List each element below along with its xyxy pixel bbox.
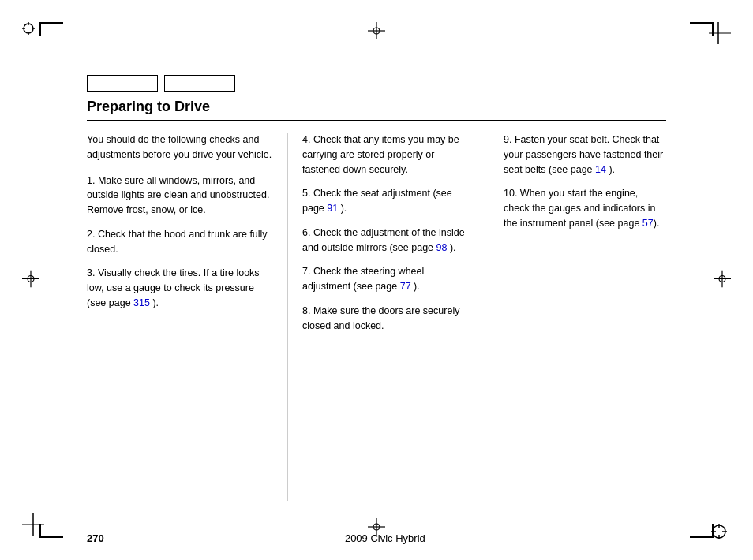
intro-text: You should do the following checks and a… bbox=[87, 133, 273, 162]
item-list-col2: 4. Check that any items you may be carry… bbox=[302, 133, 474, 333]
item-text-3: Visually check the tires. If a tire look… bbox=[87, 267, 260, 308]
bracket-left-line-top bbox=[39, 22, 41, 36]
item-text-1: Make sure all windows, mirrors, and outs… bbox=[87, 175, 269, 216]
list-item-6: 6. Check the adjustment of the inside an… bbox=[302, 226, 474, 256]
crosshair-right bbox=[714, 271, 731, 290]
bracket-right-line-top bbox=[712, 22, 714, 36]
item-num-8: 8. bbox=[302, 305, 313, 316]
item-num-9: 9. bbox=[504, 134, 515, 145]
page: Preparing to Drive You should do the fol… bbox=[0, 0, 753, 560]
list-item-4: 4. Check that any items you may be carry… bbox=[302, 133, 474, 177]
link-77[interactable]: 77 bbox=[400, 281, 411, 292]
item-text-8: Make sure the doors are securely closed … bbox=[302, 305, 459, 331]
link-91[interactable]: 91 bbox=[327, 203, 338, 214]
item-num-3: 3. bbox=[87, 267, 98, 278]
bracket-bottom-line-right bbox=[690, 536, 714, 538]
item-text-9: Fasten your seat belt. Check that your p… bbox=[504, 134, 663, 175]
item-text-4: Check that any items you may be carrying… bbox=[302, 134, 459, 175]
list-item-1: 1. Make sure all windows, mirrors, and o… bbox=[87, 174, 273, 218]
item-num-6: 6. bbox=[302, 227, 313, 238]
item-num-1: 1. bbox=[87, 175, 98, 186]
link-14[interactable]: 14 bbox=[595, 164, 606, 175]
item-num-10: 10. bbox=[504, 188, 520, 199]
list-item-2: 2. Check that the hood and trunk are ful… bbox=[87, 227, 273, 257]
column-2: 4. Check that any items you may be carry… bbox=[288, 133, 489, 501]
bracket-top-line-left bbox=[39, 22, 63, 24]
crosshair-top bbox=[368, 22, 385, 42]
list-item-8: 8. Make sure the doors are securely clos… bbox=[302, 304, 474, 334]
item-num-5: 5. bbox=[302, 188, 313, 199]
list-item-10: 10. When you start the engine, check the… bbox=[504, 186, 666, 230]
list-item-3: 3. Visually check the tires. If a tire l… bbox=[87, 266, 273, 310]
bracket-bottom-line-left bbox=[39, 536, 63, 538]
content-area: You should do the following checks and a… bbox=[87, 133, 666, 501]
item-text-2: Check that the hood and trunk are fully … bbox=[87, 229, 268, 255]
footer: 270 2009 Civic Hybrid bbox=[87, 532, 666, 544]
corner-br bbox=[707, 520, 731, 546]
item-text-6: Check the adjustment of the inside and o… bbox=[302, 227, 465, 253]
item-num-4: 4. bbox=[302, 134, 313, 145]
list-item-5: 5. Check the seat adjustment (see page 9… bbox=[302, 186, 474, 216]
item-num-7: 7. bbox=[302, 266, 313, 277]
bracket-left-line-bottom bbox=[39, 524, 41, 538]
link-315[interactable]: 315 bbox=[133, 297, 150, 308]
footer-center-text: 2009 Civic Hybrid bbox=[104, 532, 666, 544]
page-title: Preparing to Drive bbox=[87, 99, 666, 121]
bracket-right-line-bottom bbox=[712, 524, 714, 538]
item-text-7: Check the steering wheel adjustment (see… bbox=[302, 266, 424, 292]
tab-box-1[interactable] bbox=[87, 75, 158, 92]
bracket-top-line-right bbox=[690, 22, 714, 24]
link-57[interactable]: 57 bbox=[642, 218, 654, 229]
column-3: 9. Fasten your seat belt. Check that you… bbox=[489, 133, 666, 501]
tab-box-2[interactable] bbox=[164, 75, 235, 92]
link-98[interactable]: 98 bbox=[436, 242, 448, 253]
header-tabs bbox=[87, 75, 235, 92]
item-list-col1: 1. Make sure all windows, mirrors, and o… bbox=[87, 174, 273, 311]
item-text-5: Check the seat adjustment (see page 91 )… bbox=[302, 188, 452, 214]
footer-page-number: 270 bbox=[87, 532, 104, 544]
column-1: You should do the following checks and a… bbox=[87, 133, 288, 501]
item-list-col3: 9. Fasten your seat belt. Check that you… bbox=[504, 133, 666, 231]
list-item-7: 7. Check the steering wheel adjustment (… bbox=[302, 264, 474, 294]
list-item-9: 9. Fasten your seat belt. Check that you… bbox=[504, 133, 666, 177]
item-num-2: 2. bbox=[87, 229, 98, 240]
title-area: Preparing to Drive bbox=[87, 99, 666, 121]
item-text-10: When you start the engine, check the gau… bbox=[504, 188, 659, 229]
crosshair-left bbox=[22, 271, 39, 290]
